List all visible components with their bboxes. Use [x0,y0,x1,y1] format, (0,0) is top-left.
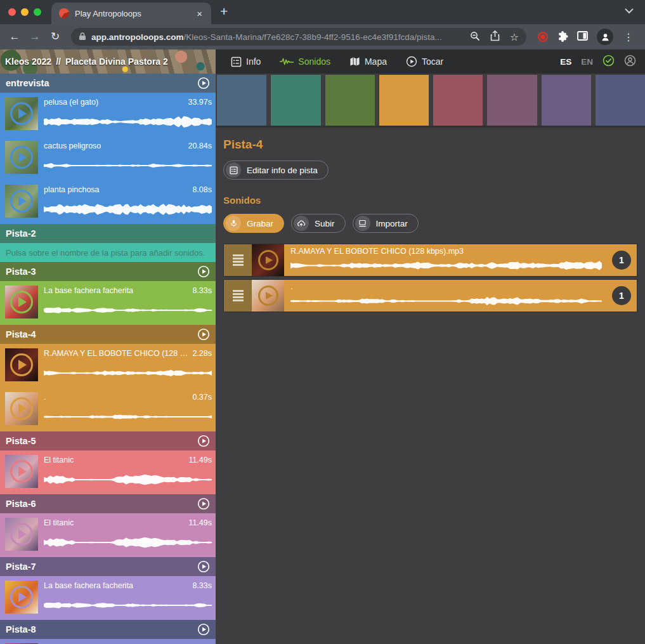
sound-duration: 11.49s [188,518,212,527]
window-minimize-button[interactable] [21,8,29,16]
track-play-icon[interactable] [197,623,210,636]
sound-waveform [44,402,212,431]
url-bar[interactable]: app.antropoloops.com/Kleos-Santa-Marina/… [71,28,526,46]
track-play-icon[interactable] [197,265,210,278]
editor-sound-row[interactable]: R.AMAYA Y EL BOBOTE CHICO (128 kbps).mp3… [223,244,637,277]
track-name-label: Pista-5 [6,436,36,446]
upload-button[interactable]: Subir [291,214,346,233]
waveform-icon [280,56,294,67]
forward-button[interactable]: → [27,29,43,45]
browser-profile-avatar[interactable] [597,29,613,45]
import-button[interactable]: Importar [353,214,419,233]
track-swatch-pista-2[interactable] [271,75,320,126]
lang-es-button[interactable]: ES [560,57,571,67]
track-play-icon[interactable] [197,77,210,89]
sound-name: El titanic [44,518,74,527]
breadcrumb[interactable]: Kleos 2022 // Placeta Divina Pastora 2 [0,49,216,74]
share-icon[interactable] [490,30,500,43]
waveform-graphic [44,591,212,620]
sound-title-row: La base fachera facherita8.33s [44,581,212,590]
back-button[interactable]: ← [6,29,23,45]
zoom-out-icon[interactable] [470,31,480,43]
sound-waveform [44,107,212,136]
sidebar-sound-item[interactable]: pelusa (el gato)33.97s [0,93,216,136]
waveform-graphic [44,151,212,180]
thumb-play-icon[interactable] [10,353,33,376]
track-swatch-pista-6[interactable] [487,75,537,126]
track-header-pista-6[interactable]: Pista-6 [0,494,216,513]
track-header-pista-5[interactable]: Pista-5 [0,431,216,450]
sidebar-sound-item[interactable]: Taconeo de Sara Baras (128 kbps).mp316.3… [0,639,216,644]
new-tab-button[interactable]: + [220,4,228,19]
sidebar-sound-item[interactable]: La base fachera facherita8.33s [0,281,216,325]
thumb-play-icon[interactable] [10,190,33,213]
lang-en-button[interactable]: EN [581,57,593,67]
sound-waveform [44,528,212,557]
extensions-puzzle-icon[interactable] [557,30,568,44]
track-swatch-pista-5[interactable] [433,75,483,126]
thumb-play-icon[interactable] [10,586,33,608]
tab-search-chevron-icon[interactable] [625,5,634,16]
sound-body: El titanic11.49s [44,518,212,557]
side-panel-icon[interactable] [577,31,588,43]
nav-item-sonidos[interactable]: Sonidos [280,56,330,67]
bookmark-star-icon[interactable]: ☆ [510,31,519,43]
thumb-play-icon[interactable] [258,286,278,306]
track-header-pista-8[interactable]: Pista-8 [0,620,216,639]
sound-title-row: El titanic11.49s [44,518,212,527]
sound-waveform [44,591,212,620]
nav-item-mapa[interactable]: Mapa [349,56,387,67]
sidebar-sound-item[interactable]: R.AMAYA Y EL BOBOTE CHICO (128 kbps)....… [0,344,216,388]
window-zoom-button[interactable] [34,8,41,16]
sidebar-sound-item[interactable]: .0.37s [0,388,216,431]
track-swatch-pista-7[interactable] [542,75,591,126]
track-play-icon[interactable] [197,560,210,573]
thumb-play-icon[interactable] [10,397,33,420]
breadcrumb-track[interactable]: Placeta Divina Pastora 2 [65,56,168,67]
drag-handle[interactable] [224,244,252,276]
waveform-graphic [44,528,212,557]
recording-extension-icon[interactable] [538,32,548,42]
thumb-play-icon[interactable] [10,523,33,546]
thumb-play-icon[interactable] [10,146,33,169]
track-header-pista-7[interactable]: Pista-7 [0,557,216,576]
editor-sound-row[interactable]: .1 [223,279,637,312]
tab-close-icon[interactable]: × [195,8,204,19]
track-header-pista-4[interactable]: Pista-4 [0,325,216,344]
nav-item-info[interactable]: Info [231,56,261,67]
waveform-graphic [44,107,212,136]
reload-button[interactable]: ↻ [47,29,63,45]
edit-track-info-button[interactable]: Editar info de pista [223,161,329,180]
drag-handle[interactable] [224,280,252,312]
track-swatch-entrevista[interactable] [217,75,266,126]
thumb-play-icon[interactable] [10,291,33,313]
track-name-label: Pista-6 [6,499,36,509]
sidebar-sound-item[interactable]: El titanic11.49s [0,450,216,494]
breadcrumb-project[interactable]: Kleos 2022 [5,56,51,67]
sidebar-sound-item[interactable]: La base fachera facherita8.33s [0,576,216,620]
track-play-icon[interactable] [197,328,210,341]
track-play-icon[interactable] [197,497,210,510]
sidebar-sound-item[interactable]: cactus peligroso20.84s [0,136,216,180]
track-header-pista-3[interactable]: Pista-3 [0,262,216,281]
thumb-play-icon[interactable] [10,102,33,125]
browser-menu-icon[interactable]: ⋮ [622,31,635,43]
window-close-button[interactable] [8,8,16,16]
sidebar-sound-item[interactable]: El titanic11.49s [0,513,216,557]
account-icon[interactable] [624,55,636,69]
track-header-entrevista[interactable]: entrevista [0,74,216,93]
nav-item-tocar[interactable]: Tocar [406,56,443,67]
track-header-pista-2[interactable]: Pista-2 [0,224,216,243]
sidebar-sound-item[interactable]: planta pinchosa8.08s [0,180,216,224]
record-button[interactable]: Grabar [223,214,284,233]
track-swatch-pista-8[interactable] [596,75,645,126]
track-swatch-pista-4[interactable] [379,75,429,126]
thumb-play-icon[interactable] [258,250,278,270]
app-nav: Info Sonidos Mapa Tocar [216,49,443,74]
track-swatch-pista-3[interactable] [325,75,375,126]
sound-body: pelusa (el gato)33.97s [44,97,212,136]
track-play-icon[interactable] [197,435,210,447]
browser-tab[interactable]: Play Antropoloops × [51,3,211,24]
sound-title-row: R.AMAYA Y EL BOBOTE CHICO (128 kbps)....… [44,349,212,358]
thumb-play-icon[interactable] [10,460,33,483]
